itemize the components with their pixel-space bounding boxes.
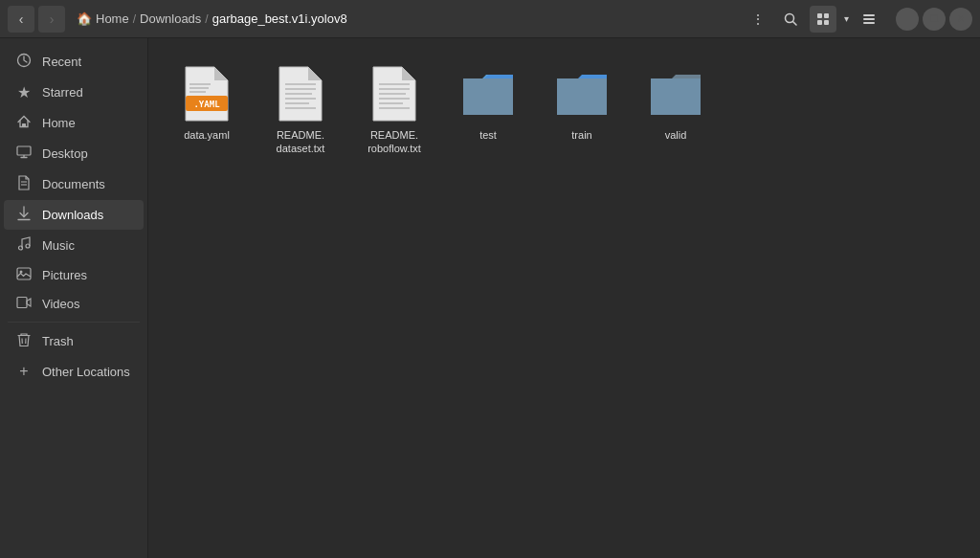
- svg-text:.YAML: .YAML: [193, 100, 220, 109]
- sidebar-item-home[interactable]: Home: [4, 108, 144, 138]
- file-item-data-yaml[interactable]: .YAML data.yaml: [164, 57, 250, 164]
- grid-icon: [816, 12, 830, 26]
- file-item-readme-roboflow[interactable]: README.roboflow.txt: [351, 57, 437, 164]
- other-locations-icon: +: [15, 363, 33, 380]
- documents-icon: [15, 175, 33, 193]
- recent-icon: [15, 53, 33, 71]
- file-grid: .YAML data.yaml: [164, 57, 965, 164]
- sidebar-item-other-locations[interactable]: + Other Locations: [4, 357, 144, 386]
- search-button[interactable]: [777, 6, 804, 33]
- downloads-icon: [15, 206, 33, 224]
- svg-rect-10: [22, 123, 26, 127]
- svg-rect-3: [824, 13, 829, 18]
- svg-rect-5: [824, 20, 829, 25]
- file-item-test[interactable]: test: [445, 57, 531, 164]
- sidebar-label-recent: Recent: [42, 55, 81, 69]
- svg-rect-22: [17, 298, 27, 308]
- trash-icon: [15, 332, 33, 350]
- sidebar-item-videos[interactable]: Videos: [4, 290, 144, 318]
- sidebar-label-desktop: Desktop: [42, 146, 88, 161]
- titlebar-left: ‹ › 🏠 Home / Downloads / garbage_best.v1…: [8, 6, 347, 33]
- titlebar-right: ⋮ ▾ — ❐ ✕: [745, 6, 972, 33]
- sidebar-label-downloads: Downloads: [42, 208, 103, 222]
- maximize-button[interactable]: ❐: [923, 8, 946, 31]
- menu-button[interactable]: ⋮: [745, 6, 771, 33]
- folder-blue-svg-test: [459, 69, 517, 119]
- breadcrumb-sep-2: /: [205, 12, 208, 26]
- sidebar-item-trash[interactable]: Trash: [4, 326, 144, 356]
- starred-icon: ★: [15, 83, 33, 101]
- sidebar-separator: [8, 322, 140, 323]
- svg-rect-8: [863, 22, 875, 24]
- file-manager-content[interactable]: .YAML data.yaml: [148, 38, 980, 558]
- file-icon-readme-dataset: [272, 65, 329, 123]
- file-label-readme-roboflow: README.roboflow.txt: [368, 128, 421, 156]
- sidebar-item-pictures[interactable]: Pictures: [4, 261, 144, 289]
- file-item-readme-dataset[interactable]: README.dataset.txt: [257, 57, 344, 164]
- folder-plain-svg-valid: [647, 69, 704, 119]
- file-item-train[interactable]: train: [539, 57, 625, 164]
- file-label-valid: valid: [665, 128, 687, 142]
- svg-rect-7: [863, 18, 875, 20]
- svg-point-21: [20, 271, 23, 274]
- sidebar-item-desktop[interactable]: Desktop: [4, 139, 144, 168]
- file-item-valid[interactable]: valid: [633, 57, 719, 164]
- sidebar-label-starred: Starred: [42, 85, 83, 100]
- back-button[interactable]: ‹: [8, 6, 34, 33]
- view-toggle-group: ▾: [810, 6, 882, 33]
- sidebar-label-home: Home: [42, 116, 76, 130]
- sidebar-label-trash: Trash: [42, 334, 74, 348]
- close-button[interactable]: ✕: [949, 8, 972, 31]
- forward-button[interactable]: ›: [38, 6, 65, 33]
- breadcrumb-current: garbage_best.v1i.yolov8: [212, 11, 347, 26]
- file-label-readme-dataset: README.dataset.txt: [277, 128, 325, 156]
- svg-rect-11: [17, 146, 31, 155]
- svg-rect-20: [17, 268, 31, 279]
- sidebar-item-starred[interactable]: ★ Starred: [4, 78, 144, 107]
- sidebar-label-pictures: Pictures: [42, 268, 87, 282]
- file-icon-valid: [647, 65, 704, 123]
- sidebar-item-downloads[interactable]: Downloads: [4, 200, 144, 230]
- svg-rect-4: [817, 20, 822, 25]
- svg-rect-2: [817, 13, 822, 18]
- window-controls: — ❐ ✕: [896, 8, 972, 31]
- videos-icon: [15, 296, 33, 312]
- home-icon: 🏠: [77, 11, 92, 26]
- svg-rect-6: [863, 14, 875, 16]
- sidebar-label-documents: Documents: [42, 177, 105, 191]
- sidebar-label-music: Music: [42, 238, 75, 253]
- minimize-button[interactable]: —: [896, 8, 919, 31]
- titlebar: ‹ › 🏠 Home / Downloads / garbage_best.v1…: [0, 0, 980, 38]
- sidebar-item-music[interactable]: Music: [4, 231, 144, 260]
- sidebar-label-videos: Videos: [42, 297, 80, 311]
- file-label-data-yaml: data.yaml: [184, 128, 230, 142]
- folder-blue-svg-train: [553, 69, 611, 119]
- breadcrumb-downloads[interactable]: Downloads: [140, 11, 201, 26]
- list-view-button[interactable]: [856, 6, 882, 33]
- sidebar: Recent ★ Starred Home: [0, 38, 148, 558]
- file-label-test: test: [479, 128, 497, 142]
- icon-view-button[interactable]: [810, 6, 836, 33]
- txt-file-svg-2: [369, 65, 419, 123]
- music-icon: [15, 236, 33, 255]
- home-sidebar-icon: [15, 114, 33, 132]
- file-icon-test: [459, 65, 517, 123]
- breadcrumb-sep-1: /: [133, 12, 136, 26]
- breadcrumb-home[interactable]: Home: [96, 11, 129, 26]
- file-icon-data-yaml: .YAML: [178, 65, 235, 123]
- sidebar-label-other-locations: Other Locations: [42, 365, 130, 379]
- breadcrumb: 🏠 Home / Downloads / garbage_best.v1i.yo…: [77, 11, 347, 26]
- sidebar-item-recent[interactable]: Recent: [4, 47, 144, 77]
- main-area: Recent ★ Starred Home: [0, 38, 980, 558]
- desktop-icon: [15, 145, 33, 163]
- search-icon: [784, 12, 797, 26]
- sidebar-item-documents[interactable]: Documents: [4, 169, 144, 199]
- file-label-train: train: [571, 128, 591, 142]
- svg-line-1: [793, 21, 797, 25]
- view-dropdown-button[interactable]: ▾: [836, 6, 856, 33]
- yaml-file-svg: .YAML: [182, 65, 232, 123]
- pictures-icon: [15, 267, 33, 283]
- file-icon-readme-roboflow: [366, 65, 423, 123]
- list-icon: [862, 12, 876, 26]
- txt-file-svg-1: [276, 65, 325, 123]
